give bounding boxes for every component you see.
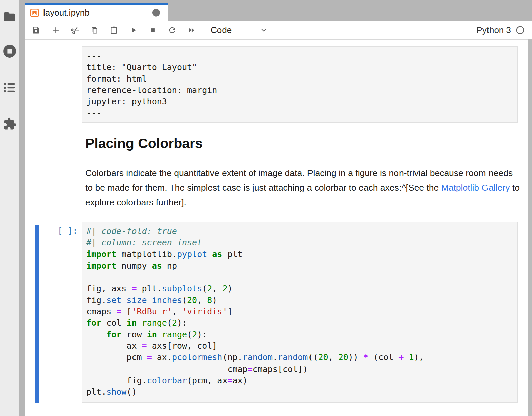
left-activity-bar [0,0,19,416]
notebook-file-icon [30,8,39,17]
cell-input-prompt: [ ]: [25,226,78,236]
interrupt-kernel-button[interactable] [145,23,160,37]
tab-layout-ipynb[interactable]: layout.ipynb [25,3,168,21]
sidebar-divider [19,0,25,416]
tab-title: layout.ipynb [43,8,90,18]
clipboard-icon [109,26,118,35]
scrollbar-track[interactable] [528,39,532,416]
cell-collapser[interactable] [35,225,39,403]
kernel-name: Python 3 [476,25,511,35]
save-button[interactable] [29,23,43,37]
copy-cells-button[interactable] [87,23,102,37]
sidebar-item-file-browser[interactable] [2,10,17,24]
run-cell-button[interactable] [126,23,141,37]
code-cell-editor[interactable]: #| code-fold: true#| column: screen-inse… [82,222,518,403]
scissors-icon [71,26,80,35]
folder-icon [2,10,17,24]
fast-forward-icon [187,26,196,35]
save-icon [32,26,41,35]
kernel-switcher[interactable]: Python 3 [476,25,525,35]
markdown-heading: Placing Colorbars [85,136,527,151]
insert-cell-button[interactable] [48,23,63,37]
jupyterlab-app: layout.ipynb [0,0,532,416]
notebook-content: ---title: "Quarto Layout"format: htmlref… [25,40,528,416]
sidebar-item-table-of-contents[interactable] [2,80,17,95]
stop-icon [148,26,157,35]
sidebar-item-extensions[interactable] [2,117,17,131]
puzzle-icon [2,117,17,131]
stop-circle-icon [2,44,17,59]
paste-cells-button[interactable] [106,23,121,37]
cut-cells-button[interactable] [68,23,82,37]
notebook-toolbar: Code Python 3 [25,21,532,40]
raw-cell-editor[interactable]: ---title: "Quarto Layout"format: htmlref… [82,46,518,123]
restart-icon [168,26,177,35]
plus-icon [51,26,60,35]
unsaved-changes-indicator [152,9,160,17]
kernel-status-idle-icon [516,26,525,35]
restart-run-all-button[interactable] [184,23,199,37]
tab-bar: layout.ipynb [25,0,532,21]
copy-icon [90,26,99,35]
matplotlib-gallery-link[interactable]: Matplotlib Gallery [441,183,510,193]
markdown-cell: Placing Colorbars Colorbars indicate the… [82,136,527,210]
chevron-down-icon [260,26,268,34]
restart-kernel-button[interactable] [165,23,179,37]
cell-type-dropdown[interactable]: Code [211,25,268,35]
play-icon [129,26,138,35]
sidebar-item-running-kernels[interactable] [2,44,17,59]
markdown-paragraph: Colorbars indicate the quantitative exte… [85,166,522,210]
cell-type-value: Code [211,25,232,35]
list-icon [2,80,17,95]
